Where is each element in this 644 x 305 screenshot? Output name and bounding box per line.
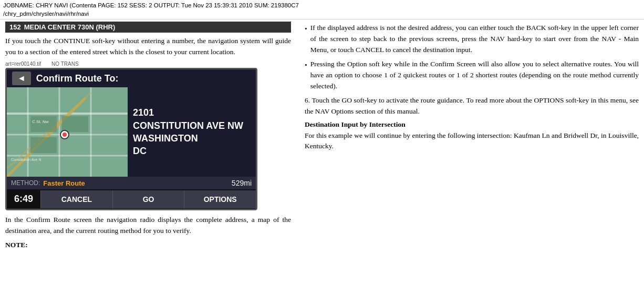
nav-method-label: METHOD: (11, 179, 40, 187)
art-trans: NO TRANS (51, 61, 79, 67)
nav-button-bar: 6:49 CANCEL GO OPTIONS (7, 189, 256, 209)
bullet-dot-1: • (305, 24, 307, 56)
svg-text:Constitution Ave N: Constitution Ave N (11, 158, 41, 161)
left-para1: If you touch the CONTINUE soft-key witho… (5, 36, 291, 58)
nav-time-display: 6:49 (7, 189, 40, 209)
section-heading: 152 MEDIA CENTER 730N (RHR) (5, 22, 291, 33)
section-heading-bar (119, 26, 287, 28)
svg-rect-9 (30, 116, 57, 132)
nav-address-area: 2101 CONSTITUTION AVE NW WASHINGTON DC (128, 87, 256, 177)
left-column: 152 MEDIA CENTER 730N (RHR) If you touch… (5, 22, 299, 254)
right-subheading: Destination Input by Intersection (305, 120, 639, 129)
bullet-item-2: • Pressing the Option soft key while in … (305, 59, 639, 92)
right-para4: For this example we will continue by ent… (305, 130, 639, 152)
left-note: NOTE: (5, 240, 291, 251)
svg-point-13 (63, 133, 67, 137)
nav-address-line1: 2101 (133, 106, 251, 119)
nav-map-svg: C.St. Nw Constitution Ave N (7, 87, 128, 177)
bullet-text-2: Pressing the Option soft key while in th… (310, 59, 639, 92)
right-column: • If the displayed address is not the de… (299, 22, 639, 254)
nav-screen-title: Confirm Route To: (36, 73, 119, 84)
svg-rect-11 (30, 137, 57, 153)
nav-address-line3: WASHINGTON (133, 132, 251, 145)
svg-rect-10 (62, 116, 88, 132)
nav-title-wrapper: ◄ Confirm Route To: (7, 69, 256, 87)
nav-go-button[interactable]: GO (112, 190, 184, 208)
art-filename: art=rer00140.tif (5, 61, 41, 67)
nav-map-area: C.St. Nw Constitution Ave N (7, 87, 128, 177)
bullet-item-1: • If the displayed address is not the de… (305, 23, 639, 56)
nav-back-arrow-btn[interactable]: ◄ (12, 72, 31, 85)
svg-text:C.St. Nw: C.St. Nw (32, 119, 49, 124)
art-label-row: art=rer00140.tif NO TRANS (5, 61, 291, 67)
section-number: 152 (9, 23, 21, 31)
section-title: MEDIA CENTER 730N (RHR) (24, 23, 116, 31)
nav-content-area: C.St. Nw Constitution Ave N 2101 CONSTIT… (7, 87, 256, 177)
note-label: NOTE: (5, 241, 28, 249)
nav-screen: ◄ Confirm Route To: (5, 68, 257, 210)
nav-address-line2: CONSTITUTION AVE NW (133, 119, 251, 132)
nav-method-bar: METHOD: Faster Route 529mi (7, 177, 256, 189)
bullet-text-1: If the displayed address is not the desi… (310, 23, 639, 56)
nav-cancel-button[interactable]: CANCEL (40, 190, 112, 208)
right-para3: 6. Touch the GO soft-key to activate the… (305, 95, 639, 117)
left-para2: In the Confirm Route screen the navigati… (5, 215, 291, 237)
nav-address-line4: DC (133, 145, 251, 157)
bullet-dot-2: • (305, 60, 307, 92)
nav-method-value: Faster Route (43, 179, 85, 187)
header-bar: JOBNAME: CHRY NAVI (Contenta PAGE: 152 S… (0, 0, 644, 19)
nav-options-button[interactable]: OPTIONS (184, 190, 256, 208)
nav-distance: 529mi (232, 179, 252, 187)
header-line2: /chry_pdm/chrysler/navi/rhr/navi (3, 9, 641, 18)
header-line1: JOBNAME: CHRY NAVI (Contenta PAGE: 152 S… (3, 1, 641, 9)
